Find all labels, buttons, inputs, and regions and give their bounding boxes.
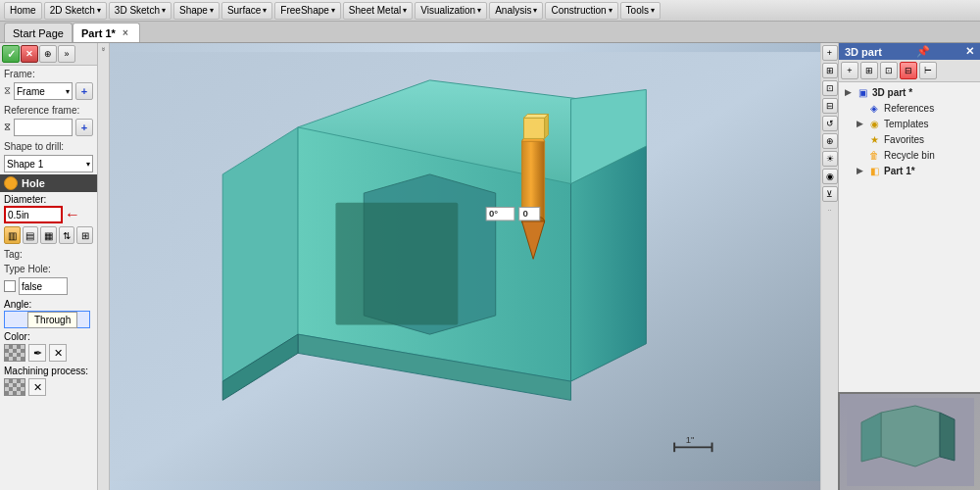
right-panel-close[interactable]: ✕ <box>965 45 974 58</box>
hole-icon <box>4 176 18 190</box>
extra-btn[interactable]: ⊕ <box>39 45 57 63</box>
color-row: ✒ ✕ <box>0 342 97 364</box>
color-clear-btn[interactable]: ✕ <box>49 344 67 362</box>
diameter-input[interactable] <box>4 206 63 223</box>
nav-view3-icon[interactable]: ⊟ <box>822 98 838 114</box>
svg-marker-16 <box>545 114 549 138</box>
refframe-input[interactable] <box>14 119 73 136</box>
tree-item-recycle[interactable]: 🗑 Recycle bin <box>841 147 978 163</box>
tree-label-templates: Templates <box>884 119 929 129</box>
tree-expand-favs <box>855 134 864 144</box>
blind-icon-btn[interactable]: ▤ <box>23 226 39 244</box>
rt-btn-2[interactable]: ⊞ <box>860 62 878 79</box>
rt-btn-3[interactable]: ⊡ <box>880 62 898 79</box>
frame-combo[interactable]: Frame ▾ <box>14 82 73 100</box>
refframe-label: Reference frame: <box>0 102 97 117</box>
machining-label: Machining process: <box>0 364 97 376</box>
shape-btn[interactable]: Shape ▾ <box>173 2 220 20</box>
construction-label: Construction <box>551 5 606 16</box>
surface-btn[interactable]: Surface ▾ <box>221 2 272 20</box>
sketch3d-btn[interactable]: 3D Sketch ▾ <box>109 2 172 20</box>
rt-btn-4[interactable]: ⊟ <box>900 62 917 79</box>
rt-btn-5[interactable]: ⊢ <box>919 62 937 79</box>
nav-plus-icon[interactable]: + <box>822 45 838 61</box>
nav-rotate-icon[interactable]: ↺ <box>822 116 838 131</box>
nav-measure-icon[interactable]: ⊻ <box>822 186 838 202</box>
tree-item-templates[interactable]: ▶ ◉ Templates <box>841 116 978 131</box>
right-panel: 3D part 📌 ✕ + ⊞ ⊡ ⊟ ⊢ ▶ ▣ 3D part * ◈ Re… <box>838 43 980 490</box>
tab-part1[interactable]: Part 1* × <box>73 23 140 42</box>
nav-cam-icon[interactable]: ◉ <box>822 169 838 184</box>
tree-icon-refs: ◈ <box>867 101 881 115</box>
sketch2d-label: 2D Sketch <box>50 5 95 16</box>
sym-icon-btn[interactable]: ⇅ <box>59 226 75 244</box>
tree-icon-3dpart: ▣ <box>856 85 869 99</box>
tag-section: Tag: <box>0 246 97 261</box>
color-label: Color: <box>0 329 97 342</box>
machining-clear-btn[interactable]: ✕ <box>28 378 46 396</box>
visualization-btn[interactable]: Visualization ▾ <box>415 2 487 20</box>
tree-item-part1[interactable]: ▶ ◧ Part 1* <box>841 163 978 178</box>
through-all-icon-btn[interactable]: ▦ <box>40 226 57 244</box>
tree-label-refs: References <box>884 103 934 114</box>
svg-marker-26 <box>881 406 940 466</box>
expand-btn[interactable]: » <box>58 45 75 63</box>
freeshape-btn[interactable]: FreeShape ▾ <box>274 2 340 20</box>
tree-expand-templates: ▶ <box>855 119 864 128</box>
tree-item-favorites[interactable]: ★ Favorites <box>841 131 978 147</box>
sheetmetal-label: Sheet Metal <box>349 5 401 16</box>
tree-item-3dpart[interactable]: ▶ ▣ 3D part * <box>841 84 978 100</box>
right-panel-pin[interactable]: 📌 <box>916 45 930 58</box>
refframe-add-btn[interactable]: + <box>75 119 93 136</box>
machining-swatch[interactable] <box>4 378 25 396</box>
color-eyedropper-btn[interactable]: ✒ <box>28 344 46 362</box>
taper-checkbox[interactable] <box>4 280 16 292</box>
tab-start-page[interactable]: Start Page <box>4 23 73 42</box>
right-icons-strip: + ⊞ ⊡ ⊟ ↺ ⊕ ☀ ◉ ⊻ ·· <box>820 43 838 490</box>
tab-start-label: Start Page <box>13 27 64 39</box>
svg-marker-4 <box>571 146 647 381</box>
cancel-btn[interactable]: ✕ <box>21 45 38 63</box>
visualization-label: Visualization <box>420 5 475 16</box>
tree-item-references[interactable]: ◈ References <box>841 100 978 116</box>
svg-rect-7 <box>335 203 458 325</box>
surface-label: Surface <box>227 5 261 16</box>
red-arrow-icon: ← <box>65 206 80 223</box>
color-swatch[interactable] <box>4 344 25 362</box>
construction-btn[interactable]: Construction ▾ <box>545 2 617 20</box>
taper-input[interactable] <box>19 277 68 295</box>
taper-row <box>0 275 97 297</box>
top-toolbar: Home 2D Sketch ▾ 3D Sketch ▾ Shape ▾ Sur… <box>0 0 980 22</box>
nav-view2-icon[interactable]: ⊡ <box>822 80 838 96</box>
tools-label: Tools <box>626 5 649 16</box>
shape-label: Shape to drill: <box>0 138 97 153</box>
sheetmetal-btn[interactable]: Sheet Metal ▾ <box>343 2 413 20</box>
nav-view1-icon[interactable]: ⊞ <box>822 63 838 78</box>
mini-preview-svg <box>847 398 974 486</box>
confirm-btn[interactable]: ✓ <box>2 45 20 63</box>
frame-combo-arrow: ▾ <box>66 87 70 96</box>
nav-zoom-icon[interactable]: ⊕ <box>822 133 838 149</box>
analysis-btn[interactable]: Analysis ▾ <box>489 2 543 20</box>
right-panel-header: 3D part 📌 ✕ <box>839 43 980 60</box>
right-panel-title: 3D part <box>845 46 882 58</box>
tab-part1-close[interactable]: × <box>120 27 131 39</box>
tools-btn[interactable]: Tools ▾ <box>620 2 661 20</box>
nav-light-icon[interactable]: ☀ <box>822 151 838 167</box>
home-btn[interactable]: Home <box>4 2 42 20</box>
sketch3d-arrow: ▾ <box>162 6 166 15</box>
shape-combo[interactable]: Shape 1 ▾ <box>4 155 93 172</box>
extra-icon-btn[interactable]: ⊞ <box>76 226 93 244</box>
expand-icon[interactable]: » <box>99 47 108 51</box>
shape-combo-label: Shape 1 <box>7 159 43 170</box>
through-icon-btn[interactable]: ▥ <box>4 226 21 244</box>
through-tooltip: Through <box>27 312 77 328</box>
viewport-svg: 0° 0 1" <box>110 43 820 490</box>
rt-btn-1[interactable]: + <box>841 62 858 79</box>
frame-add-btn[interactable]: + <box>75 82 93 100</box>
tab-part1-label: Part 1* <box>81 27 116 39</box>
analysis-label: Analysis <box>495 5 531 16</box>
sketch2d-btn[interactable]: 2D Sketch ▾ <box>44 2 107 20</box>
svg-text:0: 0 <box>523 208 528 219</box>
refframe-row: ⧖ + <box>0 117 97 138</box>
